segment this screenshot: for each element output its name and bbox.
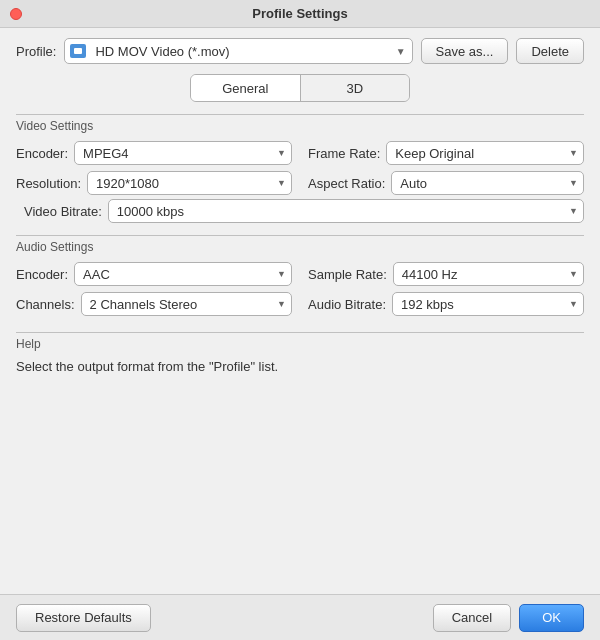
profile-label: Profile:: [16, 44, 56, 59]
frame-rate-label: Frame Rate:: [308, 146, 380, 161]
profile-select[interactable]: HD MOV Video (*.mov): [64, 38, 412, 64]
audio-bitrate-label: Audio Bitrate:: [308, 297, 386, 312]
footer-right-buttons: Cancel OK: [433, 604, 584, 632]
audio-encoder-row: Encoder: AAC MP3 ▼: [16, 262, 292, 286]
sample-rate-select-wrapper: 44100 Hz 48000 Hz ▼: [393, 262, 584, 286]
encoder-select[interactable]: MPEG4 H.264 H.265: [74, 141, 292, 165]
audio-bitrate-select[interactable]: 192 kbps 128 kbps 256 kbps: [392, 292, 584, 316]
video-bitrate-label: Video Bitrate:: [24, 204, 102, 219]
main-content: Profile: HD MOV Video (*.mov) ▼ Save as.…: [0, 28, 600, 594]
delete-button[interactable]: Delete: [516, 38, 584, 64]
sample-rate-label: Sample Rate:: [308, 267, 387, 282]
video-bitrate-select-wrapper: 10000 kbps 8000 kbps 6000 kbps ▼: [108, 199, 584, 223]
help-title: Help: [16, 337, 584, 351]
title-bar: Profile Settings: [0, 0, 600, 28]
resolution-label: Resolution:: [16, 176, 81, 191]
audio-encoder-select-wrapper: AAC MP3 ▼: [74, 262, 292, 286]
tab-3d[interactable]: 3D: [301, 75, 410, 101]
ok-button[interactable]: OK: [519, 604, 584, 632]
aspect-ratio-select-wrapper: Auto 4:3 16:9 ▼: [391, 171, 584, 195]
channels-label: Channels:: [16, 297, 75, 312]
save-as-button[interactable]: Save as...: [421, 38, 509, 64]
profile-icon: [70, 44, 86, 58]
frame-rate-row: Frame Rate: Keep Original 24 30 ▼: [308, 141, 584, 165]
resolution-row: Resolution: 1920*1080 1280*720 ▼: [16, 171, 292, 195]
channels-row: Channels: 2 Channels Stereo 1 Channel Mo…: [16, 292, 292, 316]
window-title: Profile Settings: [252, 6, 347, 21]
footer: Restore Defaults Cancel OK: [0, 594, 600, 640]
resolution-select[interactable]: 1920*1080 1280*720: [87, 171, 292, 195]
video-form-grid: Encoder: MPEG4 H.264 H.265 ▼ Frame Rate:…: [16, 141, 584, 195]
encoder-row: Encoder: MPEG4 H.264 H.265 ▼: [16, 141, 292, 165]
channels-select[interactable]: 2 Channels Stereo 1 Channel Mono: [81, 292, 292, 316]
audio-settings-title: Audio Settings: [16, 240, 584, 254]
help-text: Select the output format from the "Profi…: [16, 359, 584, 374]
cancel-button[interactable]: Cancel: [433, 604, 511, 632]
restore-defaults-button[interactable]: Restore Defaults: [16, 604, 151, 632]
profile-select-wrapper: HD MOV Video (*.mov) ▼: [64, 38, 412, 64]
profile-row: Profile: HD MOV Video (*.mov) ▼ Save as.…: [16, 38, 584, 64]
frame-rate-select[interactable]: Keep Original 24 30: [386, 141, 584, 165]
encoder-label: Encoder:: [16, 146, 68, 161]
sample-rate-row: Sample Rate: 44100 Hz 48000 Hz ▼: [308, 262, 584, 286]
tabs-container: General 3D: [190, 74, 410, 102]
tab-general[interactable]: General: [191, 75, 301, 101]
audio-encoder-select[interactable]: AAC MP3: [74, 262, 292, 286]
audio-bitrate-select-wrapper: 192 kbps 128 kbps 256 kbps ▼: [392, 292, 584, 316]
channels-select-wrapper: 2 Channels Stereo 1 Channel Mono ▼: [81, 292, 292, 316]
audio-settings-section: Audio Settings Encoder: AAC MP3 ▼ Sample…: [16, 235, 584, 320]
close-button[interactable]: [10, 8, 22, 20]
aspect-ratio-select[interactable]: Auto 4:3 16:9: [391, 171, 584, 195]
video-settings-section: Video Settings Encoder: MPEG4 H.264 H.26…: [16, 114, 584, 223]
encoder-select-wrapper: MPEG4 H.264 H.265 ▼: [74, 141, 292, 165]
audio-encoder-label: Encoder:: [16, 267, 68, 282]
frame-rate-select-wrapper: Keep Original 24 30 ▼: [386, 141, 584, 165]
help-section: Help Select the output format from the "…: [16, 332, 584, 586]
resolution-select-wrapper: 1920*1080 1280*720 ▼: [87, 171, 292, 195]
sample-rate-select[interactable]: 44100 Hz 48000 Hz: [393, 262, 584, 286]
video-settings-title: Video Settings: [16, 119, 584, 133]
video-bitrate-select[interactable]: 10000 kbps 8000 kbps 6000 kbps: [108, 199, 584, 223]
video-bitrate-row: Video Bitrate: 10000 kbps 8000 kbps 6000…: [16, 199, 584, 223]
audio-form-grid: Encoder: AAC MP3 ▼ Sample Rate: 44100 Hz…: [16, 262, 584, 316]
audio-bitrate-row: Audio Bitrate: 192 kbps 128 kbps 256 kbp…: [308, 292, 584, 316]
aspect-ratio-label: Aspect Ratio:: [308, 176, 385, 191]
aspect-ratio-row: Aspect Ratio: Auto 4:3 16:9 ▼: [308, 171, 584, 195]
